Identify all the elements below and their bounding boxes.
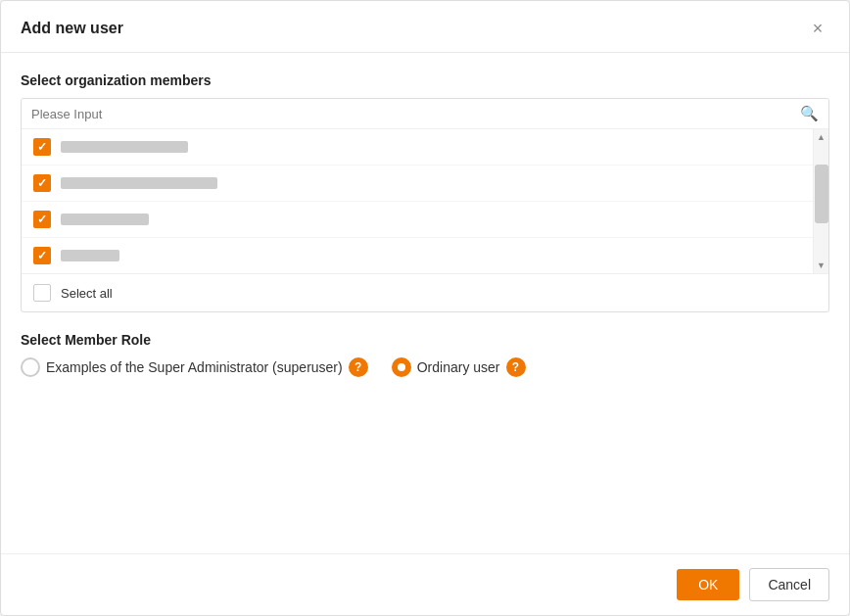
radio-superuser[interactable] bbox=[21, 357, 40, 377]
list-scroll-area: ▲ ▼ bbox=[22, 129, 828, 273]
member-name-4 bbox=[61, 250, 119, 261]
dialog-footer: OK Cancel bbox=[1, 553, 849, 615]
role-option-superuser[interactable]: Examples of the Super Administrator (sup… bbox=[21, 357, 368, 377]
close-button[interactable]: × bbox=[806, 17, 829, 40]
search-input[interactable] bbox=[31, 107, 800, 121]
member-list-container: 🔍 bbox=[21, 98, 829, 312]
member-checkbox-3[interactable] bbox=[33, 211, 51, 228]
cancel-button[interactable]: Cancel bbox=[749, 568, 829, 601]
dialog-title: Add new user bbox=[21, 20, 123, 37]
members-section-label: Select organization members bbox=[21, 72, 829, 88]
radio-ordinary[interactable] bbox=[392, 357, 411, 377]
search-bar: 🔍 bbox=[22, 99, 828, 129]
role-option-ordinary[interactable]: Ordinary user ? bbox=[392, 357, 526, 377]
dialog-body: Select organization members 🔍 bbox=[1, 53, 849, 553]
member-name-2 bbox=[61, 177, 217, 189]
scrollbar-down-arrow[interactable]: ▼ bbox=[814, 258, 828, 273]
member-checkbox-2[interactable] bbox=[33, 174, 51, 192]
member-checkbox-1[interactable] bbox=[33, 138, 51, 156]
list-item bbox=[22, 238, 813, 273]
ok-button[interactable]: OK bbox=[677, 569, 739, 600]
member-name-1 bbox=[61, 141, 188, 153]
dialog-header: Add new user × bbox=[1, 1, 849, 53]
help-icon-ordinary[interactable]: ? bbox=[506, 357, 526, 377]
help-icon-superuser[interactable]: ? bbox=[349, 357, 368, 377]
role-options: Examples of the Super Administrator (sup… bbox=[21, 357, 829, 377]
role-label-ordinary: Ordinary user bbox=[417, 359, 500, 375]
role-label-superuser: Examples of the Super Administrator (sup… bbox=[46, 359, 343, 375]
member-checkbox-4[interactable] bbox=[33, 247, 51, 264]
list-item bbox=[22, 202, 813, 238]
select-all-label: Select all bbox=[61, 286, 113, 301]
scrollbar-up-arrow[interactable]: ▲ bbox=[814, 129, 828, 145]
select-all-checkbox[interactable] bbox=[33, 284, 51, 302]
role-section-label: Select Member Role bbox=[21, 332, 829, 348]
scrollbar-track: ▲ ▼ bbox=[813, 129, 828, 273]
list-item bbox=[22, 129, 813, 166]
list-items bbox=[22, 129, 813, 273]
add-new-user-dialog: Add new user × Select organization membe… bbox=[0, 0, 850, 616]
list-item bbox=[22, 166, 813, 202]
role-section: Select Member Role Examples of the Super… bbox=[21, 332, 829, 377]
members-section: Select organization members 🔍 bbox=[21, 72, 829, 312]
select-all-row: Select all bbox=[22, 273, 828, 311]
scrollbar-thumb[interactable] bbox=[815, 165, 828, 223]
search-icon: 🔍 bbox=[800, 105, 819, 122]
member-name-3 bbox=[61, 213, 149, 225]
